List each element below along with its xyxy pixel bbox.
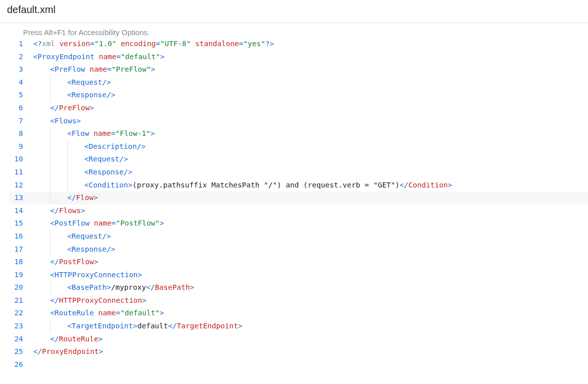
code-line[interactable]: 17<Response/> [9,243,588,256]
token-br: > [94,258,98,266]
token-close: BasePath [155,283,190,291]
code-content[interactable]: <Response/> [33,243,588,256]
code-content[interactable]: <Condition>(proxy.pathsuffix MatchesPath… [33,179,588,192]
code-body[interactable]: 1<?xml version="1.0" encoding="UTF-8" st… [9,38,588,371]
token-br: < [67,322,72,330]
token-str: "Flow-1" [115,129,151,137]
token-br: </ [168,322,177,330]
token-br: < [67,78,72,86]
code-content[interactable]: <HTTPProxyConnection> [33,269,588,282]
code-line[interactable]: 19<HTTPProxyConnection> [9,269,588,282]
code-content[interactable]: <PostFlow name="PostFlow"> [33,217,588,230]
line-number: 17 [9,243,33,256]
line-number: 12 [9,179,33,192]
code-content[interactable]: <BasePath>/myproxy</BasePath> [33,281,588,294]
code-line[interactable]: 11<Response/> [9,166,588,179]
indent-guide [33,320,50,333]
code-content[interactable]: </ProxyEndpoint> [33,345,588,358]
code-content[interactable]: <Flow name="Flow-1"> [33,127,588,140]
token-br: > [128,181,132,189]
code-editor[interactable]: Press Alt+F1 for Accessibility Options. … [0,23,588,371]
code-line[interactable]: 16<Request/> [9,230,588,243]
code-content[interactable]: <Request/> [33,230,588,243]
code-content[interactable]: <TargetEndpoint>default</TargetEndpoint> [33,320,588,333]
code-content[interactable]: </HTTPProxyConnection> [33,294,588,307]
code-content[interactable]: </Flow> [33,191,588,205]
code-content[interactable]: <ProxyEndpoint name="default"> [33,51,588,64]
code-line[interactable]: 7<Flows> [9,115,588,128]
token-tag: TargetEndpoint [72,322,133,330]
code-line[interactable]: 6</PreFlow> [9,102,588,115]
token-attr: standalone [195,40,239,48]
code-line[interactable]: 20<BasePath>/myproxy</BasePath> [9,281,588,294]
indent-guide [50,191,67,205]
code-line[interactable]: 15<PostFlow name="PostFlow"> [9,217,588,230]
code-content[interactable] [33,358,588,371]
code-line[interactable]: 22<RouteRule name="default"> [9,307,588,320]
code-line[interactable]: 14</Flows> [9,205,588,218]
token-tag: Request [89,155,119,163]
token-attr: name [93,129,111,137]
code-content[interactable]: <Flows> [33,115,588,128]
code-content[interactable]: </PostFlow> [33,256,588,269]
code-content[interactable]: <Request/> [33,76,588,89]
code-line[interactable]: 12<Condition>(proxy.pathsuffix MatchesPa… [9,179,588,192]
code-line[interactable]: 3<PreFlow name="PreFlow"> [9,63,588,76]
token-close: Condition [408,181,448,189]
line-number: 22 [9,307,33,320]
token-br: > [76,117,81,125]
token-br: </ [50,335,59,343]
indent-guide [33,115,50,128]
code-line[interactable]: 4<Request/> [9,76,588,89]
token-br: </ [50,296,59,304]
code-line[interactable]: 5<Response/> [9,89,588,102]
token-br: > [99,347,103,355]
code-content[interactable]: <Response/> [33,166,588,179]
token-br: < [84,181,89,189]
indent-guide [67,166,84,179]
token-br: < [67,283,72,291]
code-content[interactable]: <Description/> [33,140,588,153]
code-line[interactable]: 18</PostFlow> [9,256,588,269]
token-br: </ [50,207,59,215]
accessibility-hint: Press Alt+F1 for Accessibility Options. [9,26,588,38]
token-str: "UTF-8" [160,40,191,48]
token-eq: = [90,40,95,48]
code-content[interactable]: </PreFlow> [33,102,588,115]
code-line[interactable]: 9<Description/> [9,140,588,153]
line-number: 25 [9,345,33,358]
code-line[interactable]: 10<Request/> [9,153,588,166]
code-line[interactable]: 24</RouteRule> [9,333,588,346]
token-close: RouteRule [59,335,98,343]
indent-guide [33,281,50,294]
token-br: </ [400,181,408,189]
indent-guide [50,320,67,333]
code-line[interactable]: 1<?xml version="1.0" encoding="UTF-8" st… [9,38,588,51]
code-line[interactable]: 25</ProxyEndpoint> [9,345,588,358]
code-content[interactable]: <RouteRule name="default"> [33,307,588,320]
indent-guide [33,127,50,140]
code-line[interactable]: 21</HTTPProxyConnection> [9,294,588,307]
token-br: /> [102,232,111,240]
code-line[interactable]: 13</Flow> [9,191,588,205]
token-br: < [84,168,89,176]
code-line[interactable]: 26 [9,358,588,371]
code-line[interactable]: 23<TargetEndpoint>default</TargetEndpoin… [9,320,588,333]
line-number: 23 [9,320,33,333]
indent-guide [33,243,50,256]
token-txt: /myproxy [111,283,146,291]
code-content[interactable]: </RouteRule> [33,333,588,346]
code-content[interactable]: <PreFlow name="PreFlow"> [33,63,588,76]
code-content[interactable]: <Response/> [33,89,588,102]
code-line[interactable]: 8<Flow name="Flow-1"> [9,127,588,140]
code-content[interactable]: <?xml version="1.0" encoding="UTF-8" sta… [33,38,588,51]
token-br: < [67,91,72,99]
code-line[interactable]: 2<ProxyEndpoint name="default"> [9,51,588,64]
indent-guide [33,269,50,282]
indent-guide [50,153,67,166]
indent-guide [33,76,50,89]
token-close: ProxyEndpoint [42,347,99,355]
code-content[interactable]: <Request/> [33,153,588,166]
token-br: < [84,142,89,150]
code-content[interactable]: </Flows> [33,205,588,218]
